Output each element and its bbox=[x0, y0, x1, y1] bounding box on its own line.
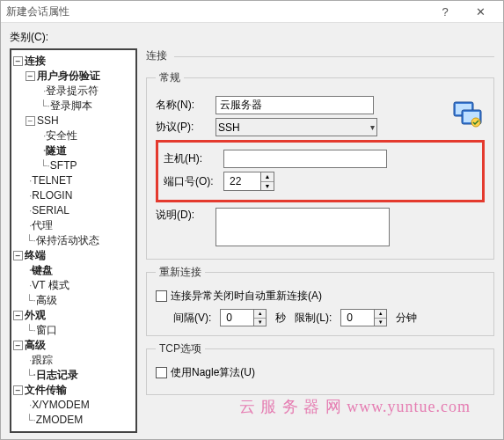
tree-security[interactable]: ·安全性 bbox=[13, 128, 134, 143]
reconnect-legend: 重新连接 bbox=[156, 265, 205, 280]
spin-down-icon[interactable]: ▼ bbox=[254, 319, 266, 326]
tcp-legend: TCP选项 bbox=[156, 341, 205, 356]
spin-up-icon[interactable]: ▲ bbox=[375, 310, 386, 319]
host-input[interactable] bbox=[223, 150, 387, 168]
interval-label: 间隔(V): bbox=[173, 311, 211, 326]
host-port-highlight: 主机(H): 端口号(O): ▲ ▼ bbox=[156, 140, 485, 202]
description-textarea[interactable] bbox=[215, 208, 390, 246]
port-input[interactable] bbox=[224, 172, 261, 190]
category-tree[interactable]: −连接 −用户身份验证 ·登录提示符 └·登录脚本 −SSH ·安全性 ·隧道 … bbox=[10, 48, 137, 433]
nagle-checkbox[interactable] bbox=[156, 367, 167, 378]
tree-filetransfer[interactable]: −文件传输 bbox=[13, 383, 134, 398]
tree-keyboard[interactable]: ·键盘 bbox=[13, 263, 134, 278]
minus-icon[interactable]: − bbox=[13, 56, 23, 66]
general-group: 常规 名称(N): 协议(P): SSH ▾ bbox=[146, 70, 494, 260]
titlebar: 新建会话属性 ? ✕ bbox=[1, 1, 503, 23]
auto-reconnect-label: 连接异常关闭时自动重新连接(A) bbox=[171, 289, 322, 304]
tree-serial[interactable]: ·SERIAL bbox=[13, 203, 134, 218]
tree-connection[interactable]: −连接 bbox=[13, 54, 134, 69]
tree-advanced[interactable]: −高级 bbox=[13, 338, 134, 353]
limit-label: 限制(L): bbox=[295, 311, 332, 326]
host-label: 主机(H): bbox=[164, 151, 223, 166]
spin-down-icon[interactable]: ▼ bbox=[261, 182, 274, 191]
chevron-down-icon: ▾ bbox=[370, 122, 375, 132]
tree-auth[interactable]: −用户身份验证 bbox=[13, 69, 134, 84]
minus-icon[interactable]: − bbox=[13, 341, 23, 350]
seconds-label: 秒 bbox=[275, 311, 286, 326]
limit-input[interactable] bbox=[341, 310, 375, 326]
tree-terminal[interactable]: −终端 bbox=[13, 248, 134, 263]
spin-up-icon[interactable]: ▲ bbox=[261, 172, 274, 182]
tree-trace[interactable]: ·跟踪 bbox=[13, 353, 134, 368]
tree-label: 类别(C): bbox=[10, 30, 494, 45]
protocol-label: 协议(P): bbox=[156, 120, 215, 135]
monitor-icon bbox=[453, 101, 483, 128]
interval-input[interactable] bbox=[221, 310, 254, 326]
tree-rlogin[interactable]: ·RLOGIN bbox=[13, 188, 134, 203]
tcp-group: TCP选项 使用Nagle算法(U) bbox=[146, 341, 494, 395]
titlebar-buttons: ? ✕ bbox=[427, 1, 498, 22]
tree-vtmode[interactable]: ·VT 模式 bbox=[13, 278, 134, 293]
minus-icon[interactable]: − bbox=[13, 385, 23, 395]
interval-spinner[interactable]: ▲▼ bbox=[220, 309, 267, 326]
tree-logging[interactable]: └·日志记录 bbox=[13, 368, 134, 383]
tree-window[interactable]: └·窗口 bbox=[13, 323, 134, 338]
help-button[interactable]: ? bbox=[427, 1, 463, 22]
tree-xymodem[interactable]: ·X/YMODEM bbox=[13, 398, 134, 413]
tree-tunnel[interactable]: ·隧道 bbox=[13, 143, 134, 158]
close-button[interactable]: ✕ bbox=[463, 1, 498, 22]
auto-reconnect-checkbox[interactable] bbox=[156, 290, 167, 302]
tree-login-script[interactable]: └·登录脚本 bbox=[13, 99, 134, 114]
name-input[interactable] bbox=[215, 96, 374, 114]
spin-down-icon[interactable]: ▼ bbox=[375, 319, 386, 326]
tree-zmodem[interactable]: └·ZMODEM bbox=[13, 413, 134, 428]
minutes-label: 分钟 bbox=[396, 311, 417, 326]
right-panel: 连接 常规 名称(N): 协议(P): SSH ▾ bbox=[146, 48, 494, 433]
tree-sftp[interactable]: └·SFTP bbox=[13, 158, 134, 173]
port-label: 端口号(O): bbox=[164, 174, 223, 189]
dialog-window: 新建会话属性 ? ✕ 类别(C): −连接 −用户身份验证 ·登录提示符 └·登… bbox=[0, 0, 504, 440]
tree-proxy[interactable]: ·代理 bbox=[13, 218, 134, 233]
minus-icon[interactable]: − bbox=[13, 311, 23, 320]
minus-icon[interactable]: − bbox=[26, 71, 35, 81]
spin-up-icon[interactable]: ▲ bbox=[254, 310, 266, 319]
tree-telnet[interactable]: ·TELNET bbox=[13, 173, 134, 188]
port-spinner[interactable]: ▲ ▼ bbox=[223, 172, 274, 191]
reconnect-group: 重新连接 连接异常关闭时自动重新连接(A) 间隔(V): ▲▼ 秒 限制(L): bbox=[146, 265, 494, 336]
panel-title: 连接 bbox=[146, 48, 494, 65]
desc-label: 说明(D): bbox=[156, 208, 215, 223]
nagle-label: 使用Nagle算法(U) bbox=[171, 365, 255, 380]
protocol-value: SSH bbox=[218, 121, 240, 134]
minus-icon[interactable]: − bbox=[26, 116, 35, 126]
tree-ssh[interactable]: −SSH bbox=[13, 114, 134, 128]
tree-keepalive[interactable]: └·保持活动状态 bbox=[13, 233, 134, 248]
tree-appearance[interactable]: −外观 bbox=[13, 308, 134, 323]
limit-spinner[interactable]: ▲▼ bbox=[340, 309, 387, 326]
tree-login-prompt[interactable]: ·登录提示符 bbox=[13, 84, 134, 99]
protocol-select[interactable]: SSH ▾ bbox=[215, 118, 377, 136]
name-label: 名称(N): bbox=[156, 98, 215, 113]
window-title: 新建会话属性 bbox=[6, 4, 427, 19]
general-legend: 常规 bbox=[156, 70, 184, 85]
tree-advanced-t[interactable]: └·高级 bbox=[13, 293, 134, 308]
minus-icon[interactable]: − bbox=[13, 251, 23, 260]
content-area: 类别(C): −连接 −用户身份验证 ·登录提示符 └·登录脚本 −SSH ·安… bbox=[1, 23, 503, 438]
